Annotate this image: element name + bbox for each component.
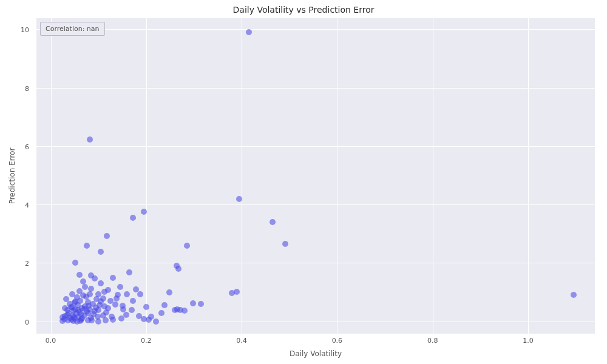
data-point [190,300,196,306]
data-point [95,314,101,320]
data-point [103,309,109,315]
data-point [95,291,101,297]
grid-line-v [242,18,242,334]
data-point [62,313,68,319]
data-point [120,303,126,309]
data-point [87,291,93,297]
data-point [79,305,85,311]
data-point [63,296,69,302]
data-point [90,311,97,317]
grid-line-v [528,18,529,334]
data-point [95,307,101,313]
y-tick-label: 4 [25,201,33,209]
x-tick-label: 0.6 [332,337,343,345]
scatter-chart: Daily Volatility vs Prediction Error Cor… [0,0,607,364]
data-point [110,275,116,281]
y-tick-label: 10 [21,26,33,34]
data-point [105,305,111,311]
data-point [81,312,87,318]
data-point [81,306,87,312]
data-point [123,312,129,318]
data-point [115,292,121,298]
data-point [75,307,81,313]
data-point [79,315,85,322]
data-point [72,306,78,312]
data-point [130,298,136,304]
data-point [82,284,88,290]
data-point [136,313,142,319]
data-point [105,287,111,293]
data-point [77,298,83,304]
data-point [126,269,132,275]
data-point [78,311,84,317]
data-point [92,308,98,314]
data-point [101,303,107,309]
y-tick-label: 6 [25,143,33,150]
grid-line-v [337,18,337,334]
data-point [100,295,106,302]
y-tick-label: 0 [25,318,33,326]
grid-line-h [36,146,595,147]
data-point [64,312,70,318]
data-point [246,29,252,35]
data-point [98,249,104,255]
data-point [148,314,154,320]
data-point [74,294,80,300]
data-point [72,298,78,305]
data-point [59,314,66,320]
grid-line-h [36,88,595,89]
data-point [174,263,180,269]
data-point [86,303,92,309]
grid-line-h [36,322,595,322]
data-point [67,301,73,307]
data-point [98,298,104,305]
data-point [75,314,81,320]
data-point [107,298,114,304]
data-point [84,243,90,249]
data-point [114,295,120,302]
data-point [92,275,98,281]
data-point [69,305,75,311]
y-tick-label: 8 [25,84,33,92]
data-point [124,291,130,297]
x-tick-label: 0.0 [46,337,56,345]
data-point [181,308,188,314]
data-point [174,306,180,312]
data-point [80,278,86,285]
data-point [66,310,72,316]
data-point [70,314,76,320]
data-point [166,289,172,295]
data-point [88,272,94,278]
grid-line-v [433,18,433,334]
grid-line-h [36,29,595,30]
data-point [103,317,109,323]
data-point [104,233,110,239]
data-point [76,309,83,315]
data-point [85,310,91,316]
grid-line-v [146,18,147,334]
data-point [72,315,78,322]
data-point [117,284,123,290]
grid-line-v [51,18,52,334]
data-point [198,301,204,307]
data-point [64,307,70,313]
data-point [75,302,81,308]
data-point [175,266,181,272]
data-point [93,296,100,302]
data-point [109,314,115,320]
data-point [98,280,104,286]
data-point [87,136,93,143]
x-tick-label: 0.8 [427,337,438,345]
data-point [177,307,183,313]
data-point [137,291,143,297]
data-point [93,305,99,311]
data-point [130,215,136,221]
data-point [282,241,288,247]
data-point [90,301,96,307]
chart-title: Daily Volatility vs Prediction Error [0,5,607,15]
grid-line-h [36,204,595,205]
data-point [129,307,135,313]
data-point [62,305,68,311]
data-point [234,289,240,295]
x-axis-label: Daily Volatility [36,349,595,358]
